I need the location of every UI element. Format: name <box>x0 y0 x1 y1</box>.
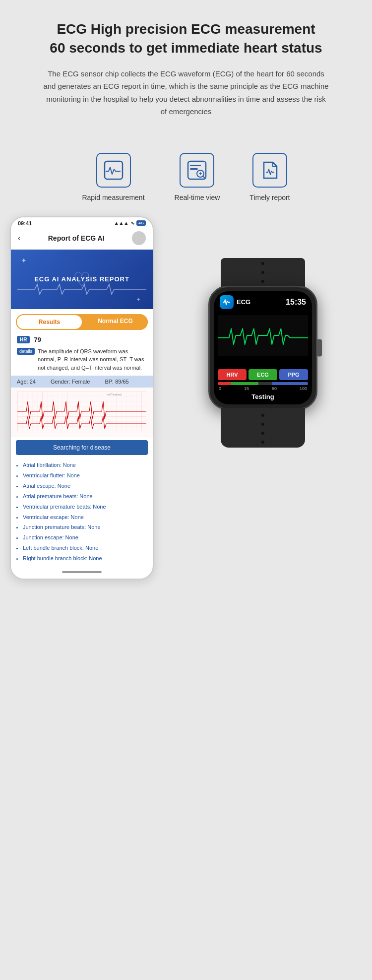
strap-hole-4 <box>261 414 264 417</box>
watch-progress-hrv <box>218 382 231 385</box>
watch-strap-top <box>221 258 305 288</box>
features-row: Rapid measurement Real-time view <box>0 133 372 216</box>
disease-item-4[interactable]: Atrial premature beats: None <box>23 491 146 502</box>
app-header-title: Report of ECG AI <box>20 234 132 242</box>
watch-header: ECG 15:35 <box>214 291 312 311</box>
banner-ecg-line <box>11 282 153 297</box>
top-section: ECG High precision ECG measurement 60 se… <box>0 0 372 133</box>
watch-app-icon <box>220 295 234 309</box>
progress-label-15: 15 <box>244 386 249 391</box>
details-badge[interactable]: details <box>17 348 35 355</box>
watch-outer: ECG 15:35 HRV ECG <box>193 256 332 450</box>
disease-item-7[interactable]: Junction premature beats: None <box>23 522 146 532</box>
strap-hole-5 <box>261 423 264 426</box>
searching-btn[interactable]: Searching for disease <box>16 440 148 455</box>
watch-ecg-svg <box>218 313 308 358</box>
phone-status-bar: 09:41 ▲▲▲ ∿ 4G <box>11 217 153 228</box>
disease-item-9[interactable]: Left bundle branch block: None <box>23 543 146 553</box>
watch-btn-hrv[interactable]: HRV <box>218 369 247 380</box>
watch-progress-ecg <box>231 382 258 385</box>
svg-line-5 <box>203 176 205 178</box>
disease-item-5[interactable]: Ventricular premature beats: None <box>23 502 146 512</box>
watch-progress-ppg <box>272 382 308 385</box>
results-tab-normal[interactable]: Normal ECG <box>83 314 148 330</box>
watch-ecg-area <box>214 311 312 369</box>
feature-realtime-view: Real-time view <box>175 153 220 201</box>
watch-progress-bar: 0 15 60 100 <box>214 382 312 391</box>
ecg-report-icon <box>260 160 280 180</box>
feature-realtime-label: Real-time view <box>175 194 220 201</box>
progress-label-100: 100 <box>300 386 307 391</box>
results-tab-row[interactable]: Results Normal ECG <box>16 314 148 330</box>
watch-app-label: ECG <box>237 298 286 306</box>
hr-value: 79 <box>34 336 41 343</box>
disease-item-8[interactable]: Junction escape: None <box>23 532 146 543</box>
strap-hole-6 <box>261 432 264 435</box>
ecg-search-icon <box>187 160 207 180</box>
watch-btn-ppg[interactable]: PPG <box>279 369 308 380</box>
patient-age: Age: 24 <box>17 379 36 385</box>
details-text: The amplitude of QRS waveform was normal… <box>38 347 147 372</box>
star-deco-2: ✦ <box>136 297 140 302</box>
progress-label-60: 60 <box>272 386 277 391</box>
strap-hole-3 <box>261 280 264 283</box>
watch-body: ECG 15:35 HRV ECG <box>208 286 317 410</box>
patient-bp: BP: 89/65 <box>105 379 128 385</box>
watch-strap-bottom <box>221 408 305 448</box>
disease-item-2[interactable]: Ventricular flutter: None <box>23 470 146 481</box>
feature-rapid-measurement: Rapid measurement <box>82 153 144 201</box>
watch-screen: ECG 15:35 HRV ECG <box>214 291 312 404</box>
svg-text:mV/Time(ms): mV/Time(ms) <box>107 393 122 396</box>
wifi-icon: ∿ <box>130 220 134 226</box>
phone-time: 09:41 <box>18 220 32 226</box>
feature-timely-report: Timely report <box>249 153 290 201</box>
strap-hole-7 <box>261 441 264 444</box>
status-icons: ▲▲▲ ∿ 4G <box>114 220 146 226</box>
feature-rapid-label: Rapid measurement <box>82 194 144 201</box>
results-tab-active[interactable]: Results <box>16 314 83 330</box>
ecg-graph-area: mV/Time(ms) <box>11 388 153 437</box>
ecg-app-icon-svg <box>223 298 231 306</box>
disease-item-1[interactable]: Atrial fibrillation: None <box>23 460 146 470</box>
watch-crown[interactable] <box>317 339 322 356</box>
hr-row: HR 79 <box>11 334 153 345</box>
details-row: details The amplitude of QRS waveform wa… <box>11 345 153 376</box>
home-indicator <box>62 571 102 573</box>
disease-list: Atrial fibrillation: None Ventricular fl… <box>11 458 153 569</box>
disease-item-3[interactable]: Atrial escape: None <box>23 481 146 491</box>
svg-rect-2 <box>190 165 201 166</box>
phone-bottom-bar <box>11 569 153 579</box>
svg-rect-3 <box>190 168 198 170</box>
phone-app-header: ‹ Report of ECG AI <box>11 228 153 250</box>
ecg-chart-icon <box>104 160 124 180</box>
watch-buttons-row: HRV ECG PPG <box>214 369 312 382</box>
watch-time-display: 15:35 <box>286 298 306 307</box>
rapid-measurement-icon-box <box>96 153 131 188</box>
progress-label-0: 0 <box>219 386 221 391</box>
signal-icon: ▲▲▲ <box>114 220 129 226</box>
timely-report-icon-box <box>252 153 287 188</box>
hr-badge: HR <box>17 336 30 343</box>
strap-hole-1 <box>261 262 264 265</box>
ecg-graph-svg: mV/Time(ms) <box>17 392 147 431</box>
patient-info-bar: Age: 24 Gender: Female BP: 89/65 <box>11 376 153 388</box>
watch-progress-labels: 0 15 60 100 <box>218 386 308 391</box>
disease-item-6[interactable]: Ventricular escape: None <box>23 512 146 523</box>
phone-mockup: 09:41 ▲▲▲ ∿ 4G ‹ Report of ECG AI ♡ ✦ ✦ … <box>10 216 154 580</box>
network-badge: 4G <box>136 220 146 226</box>
watch-btn-ecg[interactable]: ECG <box>248 369 277 380</box>
description-text: The ECG sensor chip collects the ECG wav… <box>42 67 330 118</box>
ecg-banner: ♡ ✦ ✦ ECG AI ANALYSIS REPORT <box>11 250 153 309</box>
disease-item-10[interactable]: Right bundle branch block: None <box>23 553 146 564</box>
realtime-view-icon-box <box>180 153 214 188</box>
patient-gender: Gender: Female <box>51 379 90 385</box>
strap-hole-2 <box>261 271 264 274</box>
banner-text: ECG AI ANALYSIS REPORT <box>34 275 129 283</box>
watch-container: ECG 15:35 HRV ECG <box>164 216 362 450</box>
main-title: ECG High precision ECG measurement 60 se… <box>25 20 347 58</box>
star-deco-1: ✦ <box>21 257 27 264</box>
watch-progress-track <box>218 382 308 385</box>
watch-testing-label: Testing <box>214 391 312 404</box>
phone-watch-section: 09:41 ▲▲▲ ∿ 4G ‹ Report of ECG AI ♡ ✦ ✦ … <box>0 216 372 599</box>
feature-timely-label: Timely report <box>249 194 290 201</box>
